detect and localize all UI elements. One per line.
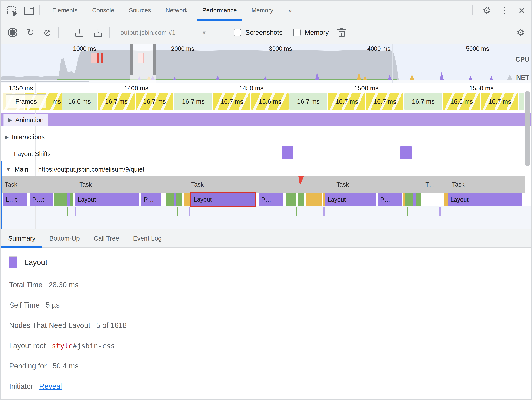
main-track-header[interactable]: ▼ Main — https://output.jsbin.com/elisum… (6, 162, 145, 176)
frame-chip[interactable] (519, 93, 524, 110)
frame-chip[interactable]: 16.7 ms (404, 93, 442, 110)
more-tabs-icon[interactable]: » (288, 6, 292, 15)
timeline-overview[interactable]: CPU NET 1000 ms2000 ms3000 ms4000 ms5000… (0, 44, 532, 83)
frame-chip[interactable]: 16.7 ms (290, 93, 327, 110)
animation-track-bar[interactable] (0, 113, 532, 126)
record-icon[interactable] (8, 28, 18, 37)
main-chip[interactable]: P… (378, 193, 402, 206)
collapse-arrow-icon[interactable]: ▼ (6, 166, 11, 172)
cpu-track-label: CPU (515, 55, 529, 63)
main-chip[interactable] (416, 193, 421, 206)
tab-sources[interactable]: Sources (121, 0, 158, 21)
flame-chart-area[interactable]: ▶ Animation ▶ Interactions Layout Shifts… (0, 83, 532, 229)
profile-select[interactable]: output.jsbin.com #1 ▾ (120, 29, 206, 36)
main-chip[interactable]: L…t (3, 193, 27, 206)
more-options-icon[interactable]: ⋮ (500, 6, 509, 15)
animation-track-header[interactable]: ▶ Animation (4, 114, 48, 126)
ruler-tick-label: 1450 ms (222, 85, 263, 92)
main-chip[interactable] (306, 193, 322, 206)
trash-lid (337, 29, 346, 30)
inspect-element-icon[interactable] (7, 6, 16, 15)
layout-shift-event[interactable] (400, 147, 412, 159)
layout-shift-event[interactable] (282, 147, 293, 159)
frame-chip[interactable]: 16.7 ms (136, 93, 173, 110)
load-profile-icon[interactable]: ↑ (75, 28, 84, 37)
frame-chip[interactable]: 16.7 ms (213, 93, 250, 110)
frame-chip[interactable]: 16.6 ms (443, 93, 480, 110)
phone-shape (30, 8, 34, 15)
summary-label: Initiator (9, 382, 33, 390)
frame-chip[interactable]: 16.7 ms (98, 93, 135, 110)
main-chip[interactable]: P… (259, 193, 283, 206)
frames-track-header[interactable]: Frames (6, 94, 46, 108)
expand-arrow-icon[interactable]: ▶ (5, 134, 9, 140)
main-chip[interactable] (70, 193, 73, 206)
frame-chip[interactable]: 16.6 ms (62, 93, 97, 110)
tab-call-tree[interactable]: Call Tree (87, 229, 126, 247)
device-toolbar-icon[interactable] (24, 6, 34, 15)
main-chip[interactable]: P… (141, 193, 161, 206)
tab-performance[interactable]: Performance (195, 0, 244, 21)
summary-label: Layout root (9, 341, 46, 350)
divider (109, 27, 110, 38)
screenshots-checkbox[interactable] (234, 29, 241, 36)
main-chip[interactable]: Layout (325, 193, 376, 206)
tab-summary[interactable]: Summary (1, 229, 42, 247)
tab-console[interactable]: Console (85, 0, 121, 21)
selection-window[interactable] (130, 44, 156, 83)
vertical-scrollbar[interactable] (525, 91, 530, 166)
divider (472, 5, 473, 15)
clear-recording-icon[interactable]: ⊘ (44, 27, 51, 38)
close-icon[interactable]: × (519, 6, 525, 15)
summary-value: 50.4 ms (52, 362, 79, 370)
frame-chip[interactable]: 16.7 ms (328, 93, 365, 110)
summary-row: Layout rootstyle#jsbin-css (9, 335, 522, 356)
save-profile-icon[interactable]: ↓ (93, 28, 102, 37)
settings-gear-icon[interactable]: ⚙ (482, 5, 491, 16)
task-bar[interactable]: TaskTaskTaskTaskT…Task (0, 176, 525, 193)
chevron-down-icon: ▾ (203, 29, 206, 36)
main-track-label: Main — https://output.jsbin.com/elisum/9… (15, 166, 145, 173)
overview-tick-label: 2000 ms (155, 45, 194, 52)
main-chip[interactable] (177, 193, 182, 206)
tab-memory[interactable]: Memory (244, 0, 280, 21)
devtools-tabbar: ElementsConsoleSourcesNetworkPerformance… (0, 0, 532, 21)
selection-handle-left[interactable] (130, 44, 133, 75)
frame-chip[interactable]: 16.7 ms (174, 93, 212, 110)
main-chip[interactable] (405, 193, 413, 206)
expand-arrow-icon[interactable]: ▶ (8, 117, 12, 123)
tab-elements[interactable]: Elements (45, 0, 85, 21)
main-chip[interactable]: P…t (30, 193, 53, 206)
main-chip[interactable] (54, 193, 67, 206)
task-label: Task (5, 176, 17, 193)
summary-row: Total Time28.30 ms (9, 275, 522, 295)
reveal-link[interactable]: Reveal (39, 382, 62, 390)
interactions-track-header[interactable]: ▶ Interactions (5, 131, 44, 143)
main-chip[interactable]: Layout (448, 193, 522, 206)
frame-chip[interactable]: 16.6 ms (251, 93, 289, 110)
frame-chip[interactable]: 16.7 ms (481, 93, 518, 110)
reload-and-record-icon[interactable]: ↻ (27, 27, 34, 38)
summary-row: InitiatorReveal (9, 376, 522, 396)
summary-row: Pending for50.4 ms (9, 356, 522, 376)
ruler-tick-label: 1550 ms (452, 85, 494, 92)
ruler-tick-label: 1350 ms (0, 85, 33, 92)
tab-bottom-up[interactable]: Bottom-Up (42, 229, 87, 247)
main-chip[interactable] (67, 193, 70, 206)
main-chip[interactable]: Layout (75, 193, 139, 206)
memory-checkbox[interactable] (293, 29, 301, 36)
net-track-label: NET (516, 74, 529, 81)
capture-option-screenshots: Screenshots (234, 29, 282, 36)
tab-event-log[interactable]: Event Log (126, 229, 169, 247)
frame-chip[interactable]: 16.7 ms (366, 93, 403, 110)
main-chip[interactable] (166, 193, 174, 206)
task-label: Task (452, 176, 464, 193)
main-chip[interactable] (286, 193, 296, 206)
main-chip[interactable] (298, 193, 304, 206)
summary-value: 5 of 1618 (96, 321, 127, 330)
tab-network[interactable]: Network (158, 0, 195, 21)
capture-settings-gear-icon[interactable]: ⚙ (516, 27, 525, 38)
trash-icon[interactable] (338, 28, 345, 37)
main-chip-selected[interactable]: Layout (190, 191, 256, 207)
main-chip[interactable] (184, 193, 190, 206)
